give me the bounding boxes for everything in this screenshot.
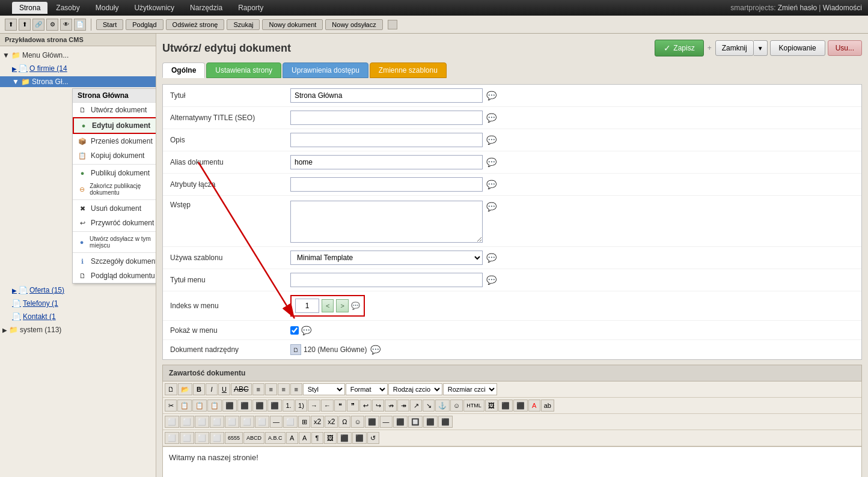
et-outdent-btn[interactable]: ← <box>321 400 334 412</box>
input-indeks[interactable] <box>295 299 319 313</box>
et-copy-btn[interactable]: 📋 <box>177 400 192 412</box>
input-tytulmenu[interactable] <box>290 273 483 287</box>
toolbar-icon-fwd[interactable]: ⬆ <box>19 19 31 31</box>
editor-content[interactable]: Witamy na naszej stronie! <box>162 447 862 477</box>
et-list2-btn[interactable]: 1) <box>295 400 307 412</box>
et-dash-btn[interactable]: — <box>380 416 393 428</box>
cm-details[interactable]: ℹ Szczegóły dokumentu <box>73 254 156 269</box>
et-t6-btn[interactable]: ↠ <box>397 400 409 412</box>
et-list-btn[interactable]: 1. <box>283 400 295 412</box>
et-opendoc-btn[interactable]: 📂 <box>178 383 192 395</box>
close-button[interactable]: Zamknij <box>715 40 754 56</box>
nav-raporty[interactable]: Raporty <box>231 2 270 14</box>
nav-strona[interactable]: Strona <box>12 2 47 14</box>
hint-icon-opis[interactable]: 💬 <box>486 135 497 145</box>
et-aligncenter-btn[interactable]: ≡ <box>265 383 277 395</box>
hint-icon-tytul[interactable]: 💬 <box>486 91 497 100</box>
et-t4-btn[interactable]: ⬛ <box>267 400 282 412</box>
toolbar-search-btn[interactable]: Szukaj <box>227 19 260 30</box>
hint-icon-tytulmenu[interactable]: 💬 <box>486 275 497 285</box>
tree-item-root[interactable]: ▼ 📁 Menu Główn... <box>0 49 156 62</box>
et-r3-14[interactable]: ⬛ <box>365 416 379 428</box>
et-anchor-btn[interactable]: ⚓ <box>435 400 450 412</box>
cm-restore-doc[interactable]: ↩ Przywróć dokument <box>73 216 156 230</box>
cm-unpublish-doc[interactable]: ⊖ Zakończ publikację dokumentu <box>73 180 156 198</box>
et-paste2-btn[interactable]: 📋 <box>207 400 222 412</box>
et-paste-btn[interactable]: 📋 <box>192 400 207 412</box>
et-t1-btn[interactable]: ⬛ <box>222 400 237 412</box>
hint-icon-parent[interactable]: 💬 <box>370 345 381 354</box>
cm-preview[interactable]: 🗋 Podgląd dokumentu <box>73 269 156 283</box>
toolbar-refresh-btn[interactable]: Odśwież stronę <box>166 19 225 30</box>
close-dropdown-btn[interactable]: ▼ <box>754 40 768 56</box>
toolbar-icon-link[interactable]: 🔗 <box>32 19 44 31</box>
et-underline-btn[interactable]: U <box>218 383 230 395</box>
et-t5-btn[interactable]: ↛ <box>385 400 397 412</box>
et-t7-btn[interactable]: ↗ <box>410 400 422 412</box>
hint-icon-wstep[interactable]: 💬 <box>486 202 497 211</box>
et-cut-btn[interactable]: ✂ <box>165 400 177 412</box>
et-r4-14[interactable]: ↺ <box>367 432 379 444</box>
et-sup-btn[interactable]: x2 <box>325 416 338 428</box>
et-r3-6[interactable]: ⬜ <box>240 416 254 428</box>
et-r3-9[interactable]: ⬜ <box>283 416 298 428</box>
toolbar-start-btn[interactable]: Start <box>96 19 123 30</box>
et-r3-5[interactable]: ⬜ <box>225 416 239 428</box>
et-alignleft-btn[interactable]: ≡ <box>252 383 264 395</box>
et-r4-9[interactable]: A <box>299 432 311 444</box>
et-r4-13[interactable]: ⬛ <box>352 432 367 444</box>
et-r3-16[interactable]: ⬛ <box>393 416 408 428</box>
et-r3-7[interactable]: ⬜ <box>255 416 269 428</box>
tab-zmienne[interactable]: Zmienne szablonu <box>370 62 447 78</box>
et-t9-btn[interactable]: ⬛ <box>498 400 513 412</box>
textarea-wstep[interactable] <box>290 201 483 243</box>
et-r4-11[interactable]: 🖼 <box>324 432 337 444</box>
et-indent-btn[interactable]: → <box>308 400 320 412</box>
et-img-btn[interactable]: 🖼 <box>485 400 498 412</box>
input-opis[interactable] <box>290 133 483 147</box>
cm-delete-doc[interactable]: ✖ Usuń dokument <box>73 201 156 216</box>
cm-move-doc[interactable]: 📦 Przenieś dokument <box>73 134 156 148</box>
et-r4-2[interactable]: ⬜ <box>180 432 194 444</box>
et-r3-3[interactable]: ⬜ <box>195 416 209 428</box>
et-r4-12[interactable]: ⬛ <box>337 432 352 444</box>
toolbar-icon-star[interactable]: ⚙ <box>46 19 58 31</box>
tree-item-oferta[interactable]: ▶ 📄 Oferta (15) <box>0 284 156 297</box>
et-style-select[interactable]: Styl <box>303 383 345 395</box>
messages-link[interactable]: Wiadomości <box>823 4 862 12</box>
nav-zasoby[interactable]: Zasoby <box>49 2 87 14</box>
nav-narzedzia[interactable]: Narzędzia <box>183 2 230 14</box>
et-omega-btn[interactable]: Ω <box>338 416 350 428</box>
et-sub-btn[interactable]: x2 <box>311 416 324 428</box>
tab-ogolne[interactable]: Ogólne <box>162 62 205 78</box>
toolbar-podglad-btn[interactable]: Podgląd <box>126 19 163 30</box>
nav-moduly[interactable]: Moduły <box>88 2 126 14</box>
toolbar-newlink-btn[interactable]: Nowy odsyłacz <box>325 19 382 30</box>
tree-item-stronaglow[interactable]: ▼ 📁 Strona Gł... <box>0 75 156 88</box>
et-r4-6[interactable]: ABCD <box>243 432 264 444</box>
et-t3-btn[interactable]: ⬛ <box>252 400 267 412</box>
checkbox-pokazmenu[interactable] <box>290 326 299 335</box>
input-atrybuty[interactable] <box>290 177 483 192</box>
et-t8-btn[interactable]: ↘ <box>423 400 435 412</box>
nav-uzytkownicy[interactable]: Użytkownicy <box>127 2 182 14</box>
et-redo-btn[interactable]: ↪ <box>372 400 384 412</box>
et-fontsize-select[interactable]: Rozmiar czcion... <box>443 383 497 395</box>
toolbar-icon-eye[interactable]: 👁 <box>60 19 72 31</box>
hint-icon-alias[interactable]: 💬 <box>486 157 497 167</box>
et-r3-19[interactable]: ⬛ <box>438 416 453 428</box>
cm-publish-doc[interactable]: ● Publikuj dokument <box>73 166 156 180</box>
et-r3-4[interactable]: ⬜ <box>210 416 224 428</box>
et-r3-18[interactable]: ⬛ <box>423 416 438 428</box>
et-quote-btn[interactable]: ❝ <box>334 400 346 412</box>
hint-icon-pokazmenu[interactable]: 💬 <box>301 326 311 335</box>
et-t10-btn[interactable]: ⬛ <box>513 400 528 412</box>
et-alignjustify-btn[interactable]: ≡ <box>290 383 302 395</box>
index-prev-btn[interactable]: < <box>322 299 334 312</box>
tab-uprawnienia[interactable]: Uprawnienia dostępu <box>283 62 368 78</box>
et-r4-5[interactable]: 6555 <box>225 432 243 444</box>
tab-ustawienia[interactable]: Ustawienia strony <box>206 62 281 78</box>
et-bgcolor-btn[interactable]: ab <box>541 400 554 412</box>
et-smiley-btn[interactable]: ☺ <box>450 400 463 412</box>
copy-button[interactable]: Kopiowanie <box>770 40 825 56</box>
